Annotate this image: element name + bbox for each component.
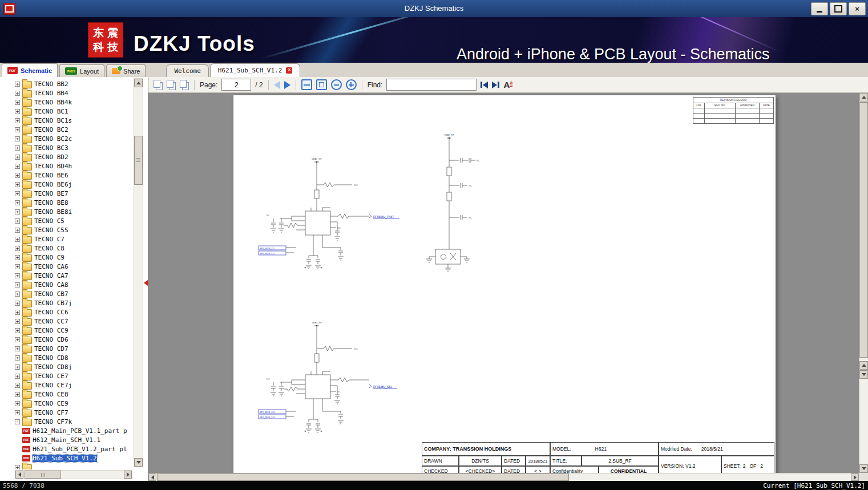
tab-share[interactable]: Share <box>106 64 146 77</box>
next-page-icon[interactable] <box>284 81 290 89</box>
expander-icon[interactable]: + <box>15 182 20 187</box>
tree-folder[interactable]: +TECNO CC9 <box>15 326 132 335</box>
tree-folder[interactable]: +TECNO C5 <box>15 216 132 225</box>
expander-icon[interactable]: + <box>15 365 20 370</box>
tree-folder[interactable]: +TECNO BE6j <box>15 180 132 189</box>
find-input[interactable] <box>386 79 477 91</box>
tree-folder[interactable]: +TECNO CE7j <box>15 380 132 390</box>
tree-folder[interactable]: +TECNO CD6 <box>15 335 132 344</box>
schematic-page[interactable]: VBAT_RF NC <box>233 95 776 473</box>
expander-icon[interactable]: + <box>15 255 20 260</box>
tree-folder[interactable]: +TECNO BB2 <box>15 79 132 88</box>
tree-folder[interactable]: +TECNO CC6 <box>15 307 132 317</box>
scrollbar-thumb[interactable] <box>859 102 868 358</box>
expander-icon[interactable]: + <box>15 155 20 160</box>
scroll-down-icon[interactable] <box>859 464 868 473</box>
document-canvas[interactable]: VBAT_RF NC <box>148 93 859 473</box>
tree-file[interactable]: PDFH621_Sub_PCB_V1.2_part pl <box>15 444 132 453</box>
tree-folder[interactable]: +TECNO BE6 <box>15 171 132 180</box>
tree-folder[interactable]: +TECNO CD8j <box>15 362 132 371</box>
tree-folder[interactable]: +TECNO CE9 <box>15 399 132 408</box>
expander-icon[interactable]: + <box>15 191 20 196</box>
tree-folder[interactable]: +TECNO C5S <box>15 225 132 234</box>
expander-icon[interactable]: + <box>15 328 20 333</box>
expander-icon[interactable]: + <box>15 218 20 224</box>
tree-folder[interactable]: +TECNO C8 <box>15 244 132 253</box>
viewer-horizontal-scrollbar[interactable] <box>148 473 859 481</box>
minimize-button[interactable] <box>811 2 828 15</box>
tree-folder[interactable]: +TECNO CE8 <box>15 390 132 399</box>
expander-icon[interactable]: + <box>15 173 20 178</box>
expander-icon[interactable]: + <box>15 319 20 324</box>
tree-folder[interactable]: +TECNO BC2c <box>15 134 132 143</box>
tree-folder[interactable]: +TECNO BB4 <box>15 88 132 98</box>
tree-folder[interactable]: +TECNO BC2 <box>15 125 132 134</box>
tree-folder[interactable]: +TECNO CA6 <box>15 262 132 271</box>
tab-layout[interactable]: PADS Layout <box>59 64 104 77</box>
zoom-in-icon[interactable] <box>346 79 357 90</box>
scroll-right-icon[interactable] <box>124 471 132 479</box>
tree-file[interactable]: PDFH621_Sub_SCH_V1.2 <box>15 453 132 463</box>
viewer-vertical-scrollbar[interactable] <box>859 93 868 473</box>
page-number-input[interactable] <box>221 79 251 91</box>
zoom-out-icon[interactable] <box>331 79 342 90</box>
tree-folder[interactable]: +TECNO BE8 <box>15 198 132 207</box>
scrollbar-thumb[interactable] <box>157 473 569 481</box>
expander-icon[interactable]: + <box>15 145 20 151</box>
expander-icon[interactable]: + <box>15 136 20 141</box>
tree-folder[interactable]: +TECNO BE8i <box>15 207 132 216</box>
scroll-down-icon[interactable] <box>134 458 143 467</box>
tree-folder[interactable]: +TECNO CD8 <box>15 353 132 362</box>
sidebar-horizontal-scrollbar[interactable] <box>15 470 132 479</box>
expander-icon[interactable]: + <box>15 246 20 251</box>
expander-icon[interactable]: + <box>15 410 20 415</box>
tree-folder[interactable]: +TECNO CE7 <box>15 371 132 380</box>
expander-icon[interactable]: + <box>15 109 20 114</box>
scroll-left-icon[interactable] <box>148 473 156 481</box>
expander-icon[interactable]: + <box>15 310 20 315</box>
expander-icon[interactable]: + <box>15 291 20 297</box>
tree-folder[interactable]: +TECNO C7 <box>15 234 132 244</box>
expander-icon[interactable]: + <box>15 91 20 96</box>
tree-folder[interactable]: + <box>15 463 132 469</box>
expander-icon[interactable]: + <box>15 273 20 278</box>
expander-icon[interactable]: + <box>15 164 20 169</box>
tree-folder[interactable]: +TECNO CB7 <box>15 289 132 298</box>
expander-icon[interactable]: + <box>15 100 20 105</box>
scroll-right-icon[interactable] <box>851 473 859 481</box>
two-page-view-icon[interactable] <box>167 80 176 90</box>
tree-folder[interactable]: +TECNO C9 <box>15 253 132 262</box>
tree-folder[interactable]: +TECNO BC1s <box>15 116 132 125</box>
expander-icon[interactable]: + <box>15 118 20 123</box>
tree-folder[interactable]: +TECNO CA8 <box>15 280 132 289</box>
expander-icon[interactable]: + <box>15 346 20 351</box>
tree-folder[interactable]: +TECNO BC1 <box>15 107 132 116</box>
expander-icon[interactable]: + <box>15 337 20 342</box>
close-button[interactable]: × <box>849 2 866 15</box>
sidebar-vertical-scrollbar[interactable] <box>134 78 143 467</box>
tree-folder[interactable]: +TECNO BE7 <box>15 189 132 198</box>
find-previous-icon[interactable] <box>481 82 488 88</box>
expander-icon[interactable]: + <box>15 228 20 233</box>
expander-icon[interactable]: + <box>15 355 20 361</box>
tab-schematic[interactable]: PDF Schematic <box>2 63 58 77</box>
expander-icon[interactable]: + <box>15 282 20 287</box>
tree-folder[interactable]: +TECNO BD2 <box>15 152 132 161</box>
previous-view-icon[interactable] <box>859 361 868 370</box>
single-page-icon[interactable] <box>154 80 163 90</box>
tree-folder[interactable]: +TECNO BC3 <box>15 143 132 152</box>
tree-folder[interactable]: +TECNO CD7 <box>15 344 132 353</box>
scroll-left-icon[interactable] <box>15 471 23 479</box>
previous-page-icon[interactable] <box>274 81 280 89</box>
text-size-icon[interactable]: A a <box>503 80 512 89</box>
expander-icon[interactable]: + <box>15 200 20 205</box>
doc-tab-document[interactable]: H621_Sub_SCH_V1.2 × <box>210 63 301 77</box>
scrollbar-thumb[interactable] <box>25 471 61 479</box>
maximize-button[interactable] <box>830 2 847 15</box>
expander-icon[interactable]: + <box>15 237 20 242</box>
tree-folder[interactable]: +TECNO CA7 <box>15 271 132 280</box>
tree-folder[interactable]: +TECNO CC7 <box>15 317 132 326</box>
expander-icon[interactable]: + <box>15 82 20 87</box>
doc-tab-welcome[interactable]: Welcome <box>166 64 208 77</box>
expander-icon[interactable]: + <box>15 209 20 214</box>
